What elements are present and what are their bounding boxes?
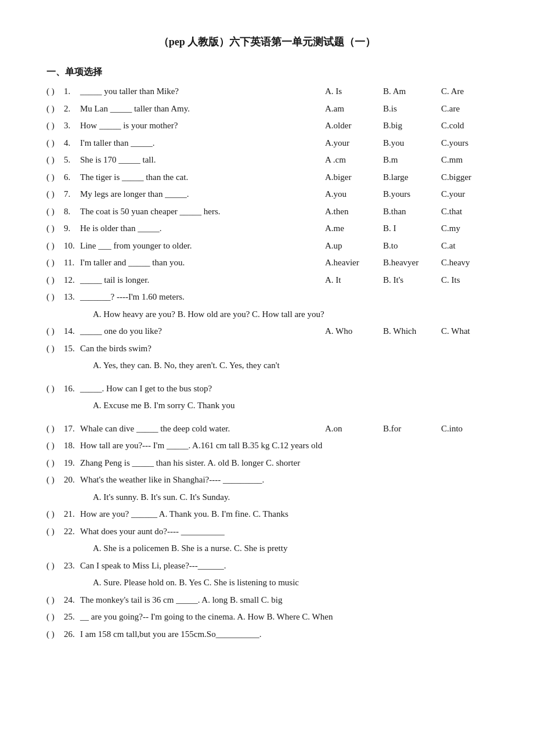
- question-number: 14.: [64, 324, 80, 339]
- question-options: A. WhoB. WhichC. What: [325, 324, 488, 339]
- question-bracket: ( ): [46, 170, 64, 185]
- sub-options: A. How heavy are you? B. How old are you…: [46, 307, 488, 322]
- option-item: A. It: [325, 273, 371, 288]
- question-bracket: ( ): [46, 610, 64, 625]
- question-bracket: ( ): [46, 221, 64, 236]
- question-options: A.youB.yoursC.your: [325, 187, 488, 202]
- question-options: A. ItB. It'sC. Its: [325, 273, 488, 288]
- question-bracket: ( ): [46, 324, 64, 339]
- question-bracket: ( ): [46, 153, 64, 168]
- option-item: C.your: [441, 187, 488, 202]
- question-number: 1.: [64, 84, 80, 99]
- question-options: A.heavierB.heavyerC.heavy: [325, 255, 488, 271]
- question-bracket: ( ): [46, 187, 64, 202]
- question-number: 23.: [64, 559, 80, 574]
- option-item: C. What: [441, 324, 488, 339]
- question-line: ( )25.__ are you going?-- I'm going to t…: [46, 610, 488, 625]
- question-line: ( )24.The monkey's tail is 36 cm _____. …: [46, 593, 488, 608]
- question-line: ( )11.I'm taller and _____ than you.A.he…: [46, 255, 488, 271]
- question-line: ( )7.My legs are longer than _____.A.you…: [46, 187, 488, 202]
- option-item: B.large: [383, 170, 430, 185]
- question-line: ( )6.The tiger is _____ than the cat.A.b…: [46, 170, 488, 185]
- question-text: _____ tail is longer.: [80, 273, 325, 288]
- option-item: B. Am: [383, 84, 430, 99]
- question-text: _____ you taller than Mike?: [80, 84, 325, 99]
- question-number: 16.: [64, 381, 80, 397]
- question-text: The coat is 50 yuan cheaper _____ hers.: [80, 204, 325, 219]
- option-item: A.heavier: [325, 255, 371, 271]
- question-text: How tall are you?--- I'm _____. A.161 cm…: [80, 438, 488, 453]
- option-item: B. It's: [383, 273, 430, 288]
- option-item: B.you: [383, 136, 430, 151]
- question-options: A.yourB.youC.yours: [325, 136, 488, 151]
- question-text: I am 158 cm tall,but you are 155cm.So___…: [80, 627, 488, 642]
- option-item: C. Are: [441, 84, 488, 99]
- question-text: The monkey's tail is 36 cm _____. A. lon…: [80, 593, 488, 608]
- option-item: C. Its: [441, 273, 488, 288]
- question-text: Zhang Peng is _____ than his sister. A. …: [80, 456, 488, 471]
- question-text: My legs are longer than _____.: [80, 187, 325, 202]
- option-item: B.m: [383, 153, 430, 168]
- option-item: C.heavy: [441, 255, 488, 271]
- option-item: A.your: [325, 136, 371, 151]
- option-item: C.that: [441, 204, 488, 219]
- question-number: 5.: [64, 153, 80, 168]
- question-number: 15.: [64, 341, 80, 357]
- question-text: _____. How can I get to the bus stop?: [80, 381, 488, 397]
- question-line: ( )17.Whale can dive _____ the deep cold…: [46, 422, 488, 437]
- question-number: 13.: [64, 290, 80, 305]
- question-options: A.thenB.thanC.that: [325, 204, 488, 219]
- question-bracket: ( ): [46, 273, 64, 288]
- option-item: B.for: [383, 422, 430, 437]
- question-line: ( )14._____ one do you like?A. WhoB. Whi…: [46, 324, 488, 339]
- question-text: _______? ----I'm 1.60 meters.: [80, 290, 488, 305]
- question-line: ( )21.How are you? ______ A. Thank you. …: [46, 507, 488, 522]
- question-number: 8.: [64, 204, 80, 219]
- question-bracket: ( ): [46, 290, 64, 305]
- question-number: 22.: [64, 524, 80, 539]
- question-number: 20.: [64, 473, 80, 488]
- question-number: 17.: [64, 422, 80, 437]
- option-item: B.heavyer: [383, 255, 430, 271]
- question-line: ( )18.How tall are you?--- I'm _____. A.…: [46, 438, 488, 453]
- question-number: 2.: [64, 102, 80, 117]
- sub-options: A. She is a policemen B. She is a nurse.…: [46, 541, 488, 556]
- option-item: C.bigger: [441, 170, 488, 185]
- question-bracket: ( ): [46, 118, 64, 134]
- question-text: How _____ is your mother?: [80, 118, 325, 134]
- question-line: ( )9.He is older than _____.A.meB. IC.my: [46, 221, 488, 236]
- question-bracket: ( ): [46, 381, 64, 397]
- sub-options: A. It's sunny. B. It's sun. C. It's Sund…: [46, 490, 488, 505]
- question-text: How are you? ______ A. Thank you. B. I'm…: [80, 507, 488, 522]
- question-number: 6.: [64, 170, 80, 185]
- question-number: 21.: [64, 507, 80, 522]
- question-text: Whale can dive _____ the deep cold water…: [80, 422, 325, 437]
- option-item: C.at: [441, 239, 488, 254]
- question-options: A.olderB.bigC.cold: [325, 118, 488, 134]
- question-text: Can I speak to Miss Li, please?---______…: [80, 559, 488, 574]
- question-options: A .cmB.mC.mm: [325, 153, 488, 168]
- question-bracket: ( ): [46, 473, 64, 488]
- option-item: C.yours: [441, 136, 488, 151]
- question-text: I'm taller than _____.: [80, 136, 325, 151]
- question-bracket: ( ): [46, 627, 64, 642]
- question-line: ( )26.I am 158 cm tall,but you are 155cm…: [46, 627, 488, 642]
- question-options: A.onB.forC.into: [325, 422, 488, 437]
- question-number: 7.: [64, 187, 80, 202]
- sub-options: A. Sure. Please hold on. B. Yes C. She i…: [46, 575, 488, 591]
- option-item: B. I: [383, 221, 430, 236]
- section-header: 一、单项选择: [46, 66, 488, 78]
- question-line: ( )19.Zhang Peng is _____ than his siste…: [46, 456, 488, 471]
- question-bracket: ( ): [46, 341, 64, 357]
- option-item: A.on: [325, 422, 371, 437]
- question-text: Line ___ from younger to older.: [80, 239, 325, 254]
- question-number: 3.: [64, 118, 80, 134]
- question-bracket: ( ): [46, 593, 64, 608]
- question-line: ( )23.Can I speak to Miss Li, please?---…: [46, 559, 488, 574]
- option-item: B.to: [383, 239, 430, 254]
- question-bracket: ( ): [46, 239, 64, 254]
- question-options: A.upB.toC.at: [325, 239, 488, 254]
- question-options: A. IsB. AmC. Are: [325, 84, 488, 99]
- option-item: A.older: [325, 118, 371, 134]
- question-options: A.amB.isC.are: [325, 102, 488, 117]
